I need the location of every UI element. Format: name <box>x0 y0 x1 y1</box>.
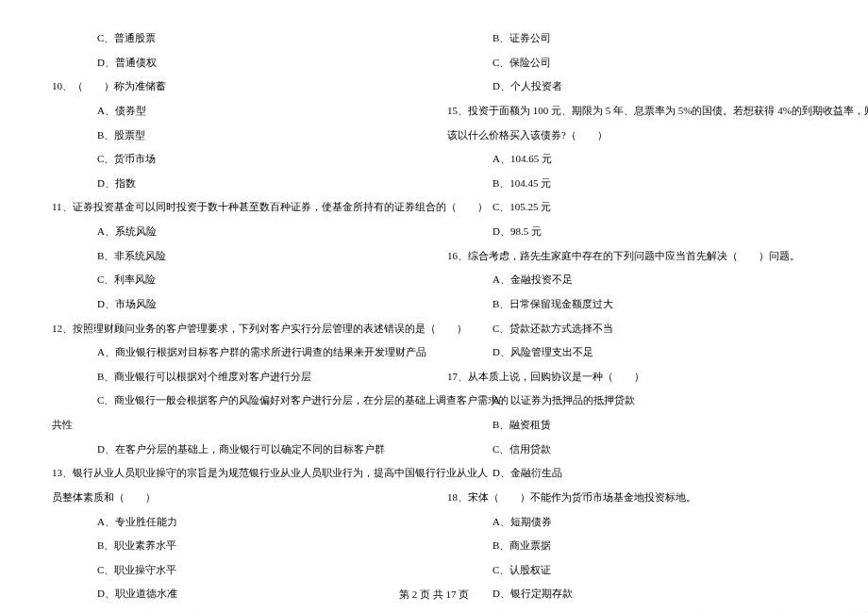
option-d: D、在客户分层的基础上，商业银行可以确定不同的目标客户群 <box>52 438 421 462</box>
option-b: B、股票型 <box>52 124 421 148</box>
option-b: B、非系统风险 <box>52 244 421 269</box>
option-c: C、贷款还款方式选择不当 <box>447 317 816 341</box>
option-d: D、普通债权 <box>52 51 421 75</box>
option-c: C、保险公司 <box>447 51 816 75</box>
option-c-continuation: 共性 <box>52 413 421 438</box>
option-c: C、信用贷款 <box>447 438 816 462</box>
question-11: 11、证券投资基金可以同时投资于数十种甚至数百种证券，使基金所持有的证券组合的（… <box>52 195 421 220</box>
question-19: 19、根据《商业银行个人理财业务管理暂行办法》的规定，（ ）是指商业银行为个人客… <box>447 606 816 613</box>
option-c: C、105.25 元 <box>447 195 816 220</box>
question-16: 16、综合考虑，路先生家庭中存在的下列问题中应当首先解决（ ）问题。 <box>447 244 816 269</box>
option-b: B、融资租赁 <box>447 413 816 438</box>
question-15-continuation: 该以什么价格买入该债券?（ ） <box>447 124 816 148</box>
two-column-layout: C、普通股票 D、普通债权 10、（ ）称为准储蓄 A、债券型 B、股票型 C、… <box>52 26 816 573</box>
question-10: 10、（ ）称为准储蓄 <box>52 75 421 99</box>
option-a: A、专业胜任能力 <box>52 510 421 535</box>
question-13: 13、银行从业人员职业操守的宗旨是为规范银行业从业人员职业行为，提高中国银行行业… <box>52 461 421 486</box>
question-12: 12、按照理财顾问业务的客户管理要求，下列对客户实行分层管理的表述错误的是（ ） <box>52 317 421 341</box>
option-a: A、金融投资不足 <box>447 268 816 292</box>
page-footer: 第 2 页 共 17 页 <box>0 588 868 602</box>
option-a: A、系统风险 <box>52 220 421 244</box>
option-b: B、商业银行可以根据对个维度对客户进行分层 <box>52 365 421 389</box>
option-d: D、98.5 元 <box>447 220 816 244</box>
option-d: D、市场风险 <box>52 292 421 317</box>
option-b: B、商业票据 <box>447 534 816 558</box>
question-18: 18、宋体（ ）不能作为货币市场基金地投资标地。 <box>447 486 816 510</box>
option-c: C、利率风险 <box>52 268 421 292</box>
option-c: C、普通股票 <box>52 26 421 51</box>
option-c: C、职业操守水平 <box>52 558 421 583</box>
option-a: A、104.65 元 <box>447 147 816 172</box>
option-b: B、证券公司 <box>447 26 816 51</box>
question-14: 14、下列一般不属于商业票据的主要投资者的是（ ） <box>52 606 421 613</box>
option-d: D、个人投资者 <box>447 75 816 99</box>
question-13-continuation: 员整体素质和（ ） <box>52 486 421 510</box>
option-c: C、货币市场 <box>52 147 421 172</box>
option-a: A、债券型 <box>52 99 421 124</box>
option-a: A、商业银行根据对目标客户群的需求所进行调查的结果来开发理财产品 <box>52 340 421 365</box>
option-b: B、日常保留现金额度过大 <box>447 292 816 317</box>
right-column: B、证券公司 C、保险公司 D、个人投资者 15、投资于面额为 100 元、期限… <box>447 26 816 573</box>
question-17: 17、从本质上说，回购协议是一种（ ） <box>447 365 816 389</box>
left-column: C、普通股票 D、普通债权 10、（ ）称为准储蓄 A、债券型 B、股票型 C、… <box>52 26 421 573</box>
option-a: A、以证券为抵押品的抵押贷款 <box>447 389 816 413</box>
option-b: B、104.45 元 <box>447 172 816 196</box>
option-d: D、金融衍生品 <box>447 461 816 486</box>
option-c: C、认股权证 <box>447 558 816 583</box>
option-b: B、职业素养水平 <box>52 534 421 558</box>
option-d: D、指数 <box>52 172 421 196</box>
option-d: D、风险管理支出不足 <box>447 340 816 365</box>
option-a: A、短期债券 <box>447 510 816 535</box>
question-15: 15、投资于面额为 100 元、期限为 5 年、息票率为 5%的国债。若想获得 … <box>447 99 816 124</box>
option-c: C、商业银行一般会根据客户的风险偏好对客户进行分层，在分层的基础上调查客户需求的 <box>52 389 421 413</box>
